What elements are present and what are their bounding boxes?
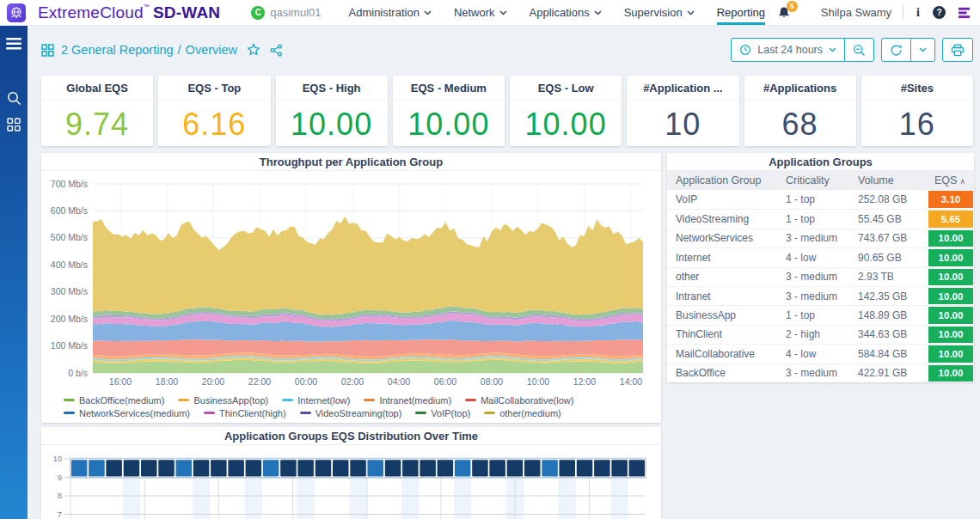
search-icon[interactable] [7, 91, 21, 106]
table-row[interactable]: BusinessApp1 - top148.89 GB10.00 [667, 305, 974, 324]
legend-item[interactable]: VideoStreaming(top) [300, 408, 402, 418]
legend-item[interactable]: BusinessApp(top) [178, 395, 268, 406]
app-title[interactable]: ExtremeCloud™SD-WAN [38, 3, 220, 22]
eqs-distribution-panel: Application Groups EQS Distribution Over… [41, 427, 661, 519]
svg-text:22:00: 22:00 [248, 376, 271, 387]
table-header: Application Group Criticality Volume EQS… [667, 171, 974, 190]
table-row[interactable]: VoIP1 - top252.08 GB3.10 [667, 190, 974, 209]
table-row[interactable]: other3 - medium2.93 TB10.00 [667, 267, 974, 286]
legend-item[interactable]: Internet(low) [282, 395, 350, 406]
legend-item[interactable]: BackOffice(medium) [64, 395, 164, 406]
cell-application-group: NetworkServices [676, 232, 786, 244]
print-button[interactable] [943, 39, 972, 61]
menu-icon[interactable] [6, 38, 21, 50]
sort-asc-icon: ∧ [959, 177, 965, 186]
kpi-value: 6.16 [158, 107, 270, 143]
cell-application-group: BackOffice [676, 367, 786, 379]
eqs-badge: 10.00 [928, 327, 973, 343]
table-row[interactable]: MailCollaborative4 - low584.84 GB10.00 [667, 344, 974, 363]
nav-supervision[interactable]: Supervision [624, 0, 695, 25]
table-row[interactable]: BackOffice3 - medium422.91 GB10.00 [667, 363, 974, 382]
username: qasimul01 [270, 6, 321, 19]
legend-item[interactable]: ThinClient(high) [204, 408, 286, 418]
breadcrumb-section[interactable]: 2 General Reporting [61, 43, 174, 57]
notification-badge: 5 [787, 1, 798, 12]
eqs-badge: 10.00 [928, 345, 973, 362]
svg-text:18:00: 18:00 [156, 376, 178, 387]
cell-eqs: 10.00 [928, 229, 974, 247]
nav-applications[interactable]: Applications [530, 0, 602, 25]
kpi-application-count: #Application ...10 [627, 76, 738, 146]
cell-eqs: 10.00 [928, 345, 974, 363]
divider [903, 5, 903, 20]
apps-grid-icon[interactable] [7, 118, 21, 131]
info-icon[interactable]: i [915, 6, 922, 20]
breadcrumb-separator: / [178, 43, 181, 57]
legend-item[interactable]: MailCollaborative(low) [465, 395, 573, 406]
svg-text:0 b/s: 0 b/s [68, 368, 88, 378]
cell-eqs: 10.00 [928, 268, 974, 286]
kpi-eqs-high: EQS - High10.00 [276, 76, 388, 146]
nav-reporting[interactable]: Reporting [717, 0, 765, 25]
eqs-badge: 10.00 [928, 288, 973, 304]
clock-icon [739, 44, 751, 56]
svg-text:16:00: 16:00 [109, 376, 132, 387]
throughput-chart: 16:0018:0020:0022:0000:0002:0004:0006:00… [41, 171, 661, 391]
kpi-value: 10.00 [393, 107, 505, 143]
chevron-down-icon [424, 10, 432, 15]
cell-volume: 55.45 GB [858, 213, 928, 225]
top-bar: ExtremeCloud™SD-WAN C qasimul01 Administ… [0, 0, 980, 26]
brand-product: ExtremeCloud [38, 3, 144, 21]
refresh-options-button[interactable] [910, 39, 934, 61]
cell-application-group: MailCollaborative [676, 348, 786, 360]
nav-network[interactable]: Network [454, 0, 507, 25]
table-row[interactable]: NetworkServices3 - medium743.67 GB10.00 [667, 229, 974, 247]
legend-item[interactable]: other(medium) [484, 408, 561, 418]
svg-text:02:00: 02:00 [341, 376, 364, 387]
cell-volume: 252.08 GB [858, 193, 928, 205]
eqs-badge: 10.00 [928, 365, 973, 382]
refresh-button[interactable] [882, 39, 910, 61]
eqs-distribution-title: Application Groups EQS Distribution Over… [41, 427, 661, 445]
table-row[interactable]: ThinClient2 - high344.63 GB10.00 [667, 325, 974, 344]
svg-text:300 Mb/s: 300 Mb/s [51, 286, 88, 296]
legend-item[interactable]: VoIP(top) [415, 408, 470, 418]
notifications-button[interactable]: 5 [777, 6, 791, 20]
col-application-group[interactable]: Application Group [676, 174, 786, 186]
breadcrumb-page: Overview [186, 43, 237, 57]
cell-eqs: 10.00 [928, 306, 974, 324]
legend-item[interactable]: Intranet(medium) [364, 395, 451, 406]
col-criticality[interactable]: Criticality [786, 174, 858, 186]
eqs-badge: 10.00 [928, 269, 973, 285]
printer-icon [951, 44, 965, 57]
favorite-star-icon[interactable] [247, 43, 260, 57]
extreme-logo[interactable] [957, 6, 971, 20]
col-eqs[interactable]: EQS∧ [928, 174, 974, 186]
legend-swatch [64, 399, 75, 402]
share-icon[interactable] [270, 44, 283, 57]
zoom-out-button[interactable] [844, 39, 873, 61]
svg-text:14:00: 14:00 [620, 376, 642, 387]
caret-down-icon [919, 47, 927, 52]
table-row[interactable]: Intranet3 - medium142.35 GB10.00 [667, 286, 974, 305]
help-icon[interactable]: ? [933, 6, 946, 19]
brand-trademark: ™ [144, 3, 150, 9]
eqs-badge: 5.65 [928, 211, 973, 227]
table-row[interactable]: Internet4 - low90.65 GB10.00 [667, 247, 974, 266]
print-control [942, 38, 973, 62]
cell-application-group: VideoStreaming [676, 213, 786, 225]
time-range-selector[interactable]: Last 24 hours [732, 39, 844, 61]
user-chip[interactable]: C qasimul01 [251, 6, 321, 20]
table-row[interactable]: VideoStreaming1 - top55.45 GB5.65 [667, 209, 974, 228]
legend-swatch [465, 399, 476, 402]
svg-text:8: 8 [58, 491, 62, 500]
account-name[interactable]: Shilpa Swamy [821, 6, 891, 19]
nav-administration[interactable]: Administration [349, 0, 432, 25]
col-volume[interactable]: Volume [858, 174, 928, 186]
legend-item[interactable]: NetworkServices(medium) [64, 408, 190, 418]
breadcrumb-row: 2 General Reporting / Overview Last 24 h… [41, 36, 973, 64]
sdwan-globe-icon[interactable] [7, 3, 26, 22]
top-nav: Administration Network Applications Supe… [349, 0, 765, 25]
kpi-eqs-low: EQS - Low10.00 [510, 76, 622, 146]
eqs-badge: 3.10 [928, 191, 973, 208]
